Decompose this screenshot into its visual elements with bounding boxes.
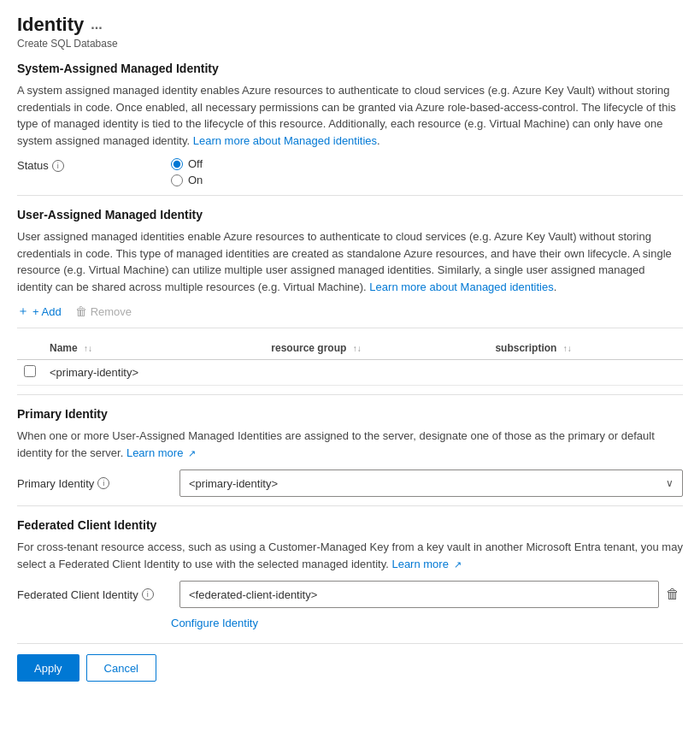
- federated-client-delete-button[interactable]: 🗑: [662, 587, 683, 602]
- primary-identity-dropdown-value: <primary-identity>: [189, 477, 278, 490]
- external-link-icon-1: ↗: [188, 446, 196, 461]
- title-text: Identity: [17, 14, 84, 36]
- primary-identity-learn-more-link[interactable]: Learn more ↗: [126, 446, 196, 459]
- table-row: <primary-identity>: [17, 360, 683, 386]
- federated-client-input-group: 🗑: [179, 581, 683, 608]
- add-button[interactable]: ＋ + Add: [17, 304, 62, 319]
- configure-identity-link[interactable]: Configure Identity: [171, 617, 683, 629]
- th-checkbox: [17, 337, 43, 360]
- subtitle: Create SQL Database: [17, 38, 683, 50]
- status-info-icon[interactable]: i: [52, 160, 64, 172]
- federated-client-learn-more-link[interactable]: Learn more ↗: [391, 558, 461, 570]
- ellipsis-menu[interactable]: ...: [91, 17, 102, 32]
- add-icon: ＋: [17, 304, 29, 319]
- th-subscription[interactable]: subscription ↑↓: [488, 337, 683, 360]
- sort-name-icon: ↑↓: [84, 344, 92, 353]
- federated-client-title: Federated Client Identity: [17, 518, 683, 532]
- th-resource-group[interactable]: resource group ↑↓: [264, 337, 488, 360]
- table-header-row: Name ↑↓ resource group ↑↓ subscription ↑…: [17, 337, 683, 360]
- divider-1: [17, 195, 683, 196]
- federated-client-label: Federated Client Identity i: [17, 588, 171, 601]
- primary-identity-info-icon[interactable]: i: [97, 477, 109, 489]
- system-assigned-title: System-Assigned Managed Identity: [17, 62, 683, 75]
- row-name: <primary-identity>: [43, 360, 264, 386]
- federated-client-description: For cross-tenant resource access, such a…: [17, 539, 683, 572]
- trash-icon: 🗑: [75, 304, 87, 318]
- user-assigned-title: User-Assigned Managed Identity: [17, 208, 683, 221]
- user-assigned-description: User assigned managed identities enable …: [17, 228, 683, 295]
- radio-on-label: On: [188, 174, 203, 186]
- divider-4: [17, 505, 683, 506]
- system-assigned-description: A system assigned managed identity enabl…: [17, 82, 683, 149]
- radio-on-input[interactable]: [171, 174, 183, 186]
- user-assigned-table: Name ↑↓ resource group ↑↓ subscription ↑…: [17, 337, 683, 386]
- primary-identity-label: Primary Identity i: [17, 477, 171, 490]
- row-resource-group: [264, 360, 488, 386]
- divider-3: [17, 394, 683, 395]
- row-subscription: [488, 360, 683, 386]
- bottom-divider: [17, 643, 683, 644]
- federated-client-input[interactable]: [179, 581, 659, 608]
- cancel-button[interactable]: Cancel: [86, 654, 156, 682]
- status-radio-group: Off On: [171, 157, 203, 186]
- add-label: + Add: [32, 305, 62, 318]
- remove-button[interactable]: 🗑 Remove: [75, 304, 132, 318]
- primary-identity-row: Primary Identity i <primary-identity> ∨: [17, 469, 683, 497]
- radio-off-label: Off: [188, 157, 203, 170]
- remove-label: Remove: [91, 305, 132, 318]
- primary-identity-dropdown[interactable]: <primary-identity> ∨: [179, 469, 683, 497]
- row-checkbox[interactable]: [24, 365, 36, 377]
- radio-off-option[interactable]: Off: [171, 157, 203, 170]
- page-title: Identity ...: [17, 14, 683, 36]
- primary-identity-description: When one or more User-Assigned Managed I…: [17, 428, 683, 461]
- primary-identity-title: Primary Identity: [17, 407, 683, 421]
- divider-2: [17, 328, 683, 328]
- system-assigned-learn-more-link[interactable]: Learn more about Managed identities: [193, 134, 377, 147]
- external-link-icon-2: ↗: [454, 558, 462, 572]
- th-name[interactable]: Name ↑↓: [43, 337, 264, 360]
- user-assigned-toolbar: ＋ + Add 🗑 Remove: [17, 304, 683, 319]
- sort-rg-icon: ↑↓: [353, 344, 362, 353]
- row-checkbox-cell[interactable]: [17, 360, 43, 386]
- radio-on-option[interactable]: On: [171, 174, 203, 186]
- status-label: Status i: [17, 157, 171, 172]
- federated-client-info-icon[interactable]: i: [142, 588, 154, 600]
- radio-off-input[interactable]: [171, 158, 183, 170]
- chevron-down-icon: ∨: [666, 477, 674, 489]
- user-assigned-learn-more-link[interactable]: Learn more about Managed identities: [369, 281, 553, 293]
- federated-client-row: Federated Client Identity i 🗑: [17, 581, 683, 608]
- apply-button[interactable]: Apply: [17, 654, 79, 682]
- sort-sub-icon: ↑↓: [563, 344, 572, 353]
- action-row: Apply Cancel: [17, 654, 683, 682]
